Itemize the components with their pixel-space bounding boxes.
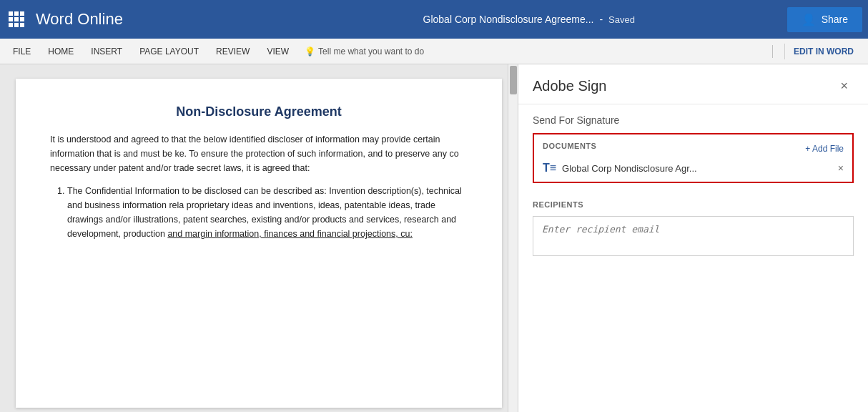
document-body: It is understood and agreed to that the … [50, 132, 468, 241]
document-file-remove-button[interactable]: × [838, 162, 844, 174]
doc-list: The Confidential Information to be discl… [67, 184, 468, 241]
menu-view[interactable]: VIEW [260, 44, 296, 59]
adobe-sign-panel: Adobe Sign × Send For Signature DOCUMENT… [518, 64, 868, 412]
edit-in-word-button[interactable]: EDIT IN WORD [784, 44, 862, 59]
top-bar: Word Online Global Corp Nondisclosure Ag… [0, 0, 868, 39]
menu-review[interactable]: REVIEW [209, 44, 257, 59]
doc-paragraph-1: It is understood and agreed to that the … [50, 132, 468, 175]
menu-bar: FILE HOME INSERT PAGE LAYOUT REVIEW VIEW… [0, 39, 868, 64]
menu-file[interactable]: FILE [6, 44, 38, 59]
waffle-menu-icon[interactable] [6, 9, 27, 30]
share-label: Share [822, 14, 848, 25]
app-title: Word Online [36, 10, 282, 29]
saved-status: Saved [608, 14, 635, 25]
menu-separator [772, 45, 773, 58]
recipients-label: RECIPIENTS [533, 200, 583, 209]
adobe-close-button[interactable]: × [834, 76, 854, 97]
tell-me-area[interactable]: 💡 Tell me what you want to do [305, 46, 766, 57]
adobe-sign-title: Adobe Sign [533, 78, 606, 94]
share-person-icon: 👤 [802, 13, 816, 26]
title-separator: - [599, 14, 603, 25]
scroll-bar[interactable] [508, 64, 518, 412]
doc-title-area: Global Corp Nondisclosure Agreeme... - S… [282, 14, 776, 25]
document-file-name: Global Corp Nondisclosure Agr... [562, 163, 832, 174]
menu-home[interactable]: HOME [41, 44, 81, 59]
documents-header: DOCUMENTS + Add File [543, 142, 844, 156]
add-file-link[interactable]: + Add File [805, 144, 844, 154]
document-title: Non-Disclosure Agreement [50, 104, 468, 119]
menu-insert[interactable]: INSERT [84, 44, 129, 59]
main-content: Non-Disclosure Agreement It is understoo… [0, 64, 868, 412]
recipients-section: RECIPIENTS [533, 197, 854, 256]
documents-label: DOCUMENTS [543, 142, 596, 150]
adobe-panel-content: DOCUMENTS + Add File T≡ Global Corp Nond… [518, 133, 868, 412]
document-area: Non-Disclosure Agreement It is understoo… [0, 64, 518, 412]
scroll-thumb[interactable] [510, 66, 517, 94]
recipient-email-input[interactable] [533, 216, 854, 256]
document-file-icon: T≡ [543, 162, 556, 175]
share-button[interactable]: 👤 Share [787, 7, 862, 32]
tell-me-text: Tell me what you want to do [318, 46, 424, 57]
documents-section: DOCUMENTS + Add File T≡ Global Corp Nond… [533, 133, 854, 183]
adobe-panel-header: Adobe Sign × [518, 64, 868, 104]
list-item: The Confidential Information to be discl… [67, 184, 468, 241]
document-file-item: T≡ Global Corp Nondisclosure Agr... × [543, 162, 844, 175]
document-page: Non-Disclosure Agreement It is understoo… [16, 79, 502, 408]
send-for-signature-label: Send For Signature [518, 104, 868, 133]
lightbulb-icon: 💡 [305, 46, 315, 57]
doc-filename: Global Corp Nondisclosure Agreeme... [423, 14, 594, 25]
menu-page-layout[interactable]: PAGE LAYOUT [132, 44, 206, 59]
